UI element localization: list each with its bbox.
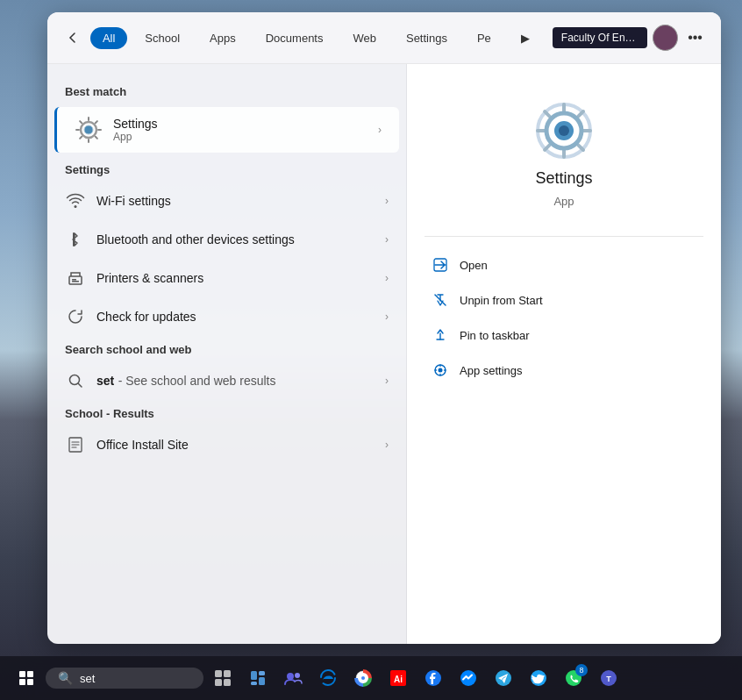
printers-text: Printers & scanners	[96, 271, 375, 285]
top-bar: All School Apps Documents Web Settings P…	[47, 12, 721, 64]
bluetooth-icon	[65, 229, 86, 250]
widgets-button[interactable]	[242, 662, 274, 694]
printer-icon	[65, 268, 86, 289]
office-icon	[65, 434, 86, 455]
printers-chevron: ›	[385, 272, 389, 284]
wifi-settings-title: Wi-Fi settings	[96, 194, 375, 208]
office-chevron: ›	[385, 439, 389, 451]
search-web-text: set - See school and web results	[96, 373, 375, 389]
svg-point-16	[439, 368, 443, 373]
teams-chat-button[interactable]	[277, 662, 309, 694]
search-web-item[interactable]: set - See school and web results ›	[47, 361, 406, 400]
open-icon	[432, 256, 449, 274]
edge-button[interactable]	[312, 662, 344, 694]
updates-item[interactable]: Check for updates ›	[47, 297, 406, 336]
search-input[interactable]	[80, 672, 185, 685]
task-view-button[interactable]	[207, 662, 239, 694]
left-panel: Best match Settings App › Set	[47, 64, 407, 644]
app-settings-action[interactable]: App settings	[425, 353, 703, 388]
svg-rect-5	[72, 281, 79, 282]
svg-rect-26	[259, 671, 265, 675]
faculty-badge: Faculty Of Engi...	[553, 27, 647, 48]
search-desc: - See school and web results	[118, 374, 276, 388]
search-query: set	[96, 374, 114, 388]
best-match-item[interactable]: Settings App ›	[54, 107, 399, 153]
settings-icon	[75, 116, 103, 144]
tab-school[interactable]: School	[132, 27, 192, 49]
search-web-label: Search school and web	[47, 336, 406, 361]
printers-title: Printers & scanners	[96, 271, 375, 285]
svg-point-2	[85, 126, 92, 133]
start-button[interactable]	[11, 662, 42, 694]
ms-teams-button[interactable]: T	[593, 662, 624, 694]
app-name: Settings	[535, 169, 592, 188]
svg-rect-28	[251, 682, 257, 685]
play-button[interactable]: ▶	[509, 27, 542, 49]
settings-large-icon	[532, 99, 596, 162]
app-type: App	[553, 195, 574, 208]
right-panel: Settings App Open	[407, 64, 721, 644]
pin-taskbar-action[interactable]: Pin to taskbar	[425, 318, 703, 353]
svg-point-30	[295, 673, 300, 678]
pin-taskbar-label: Pin to taskbar	[460, 329, 530, 342]
updates-text: Check for updates	[96, 310, 375, 324]
app-settings-icon	[432, 361, 449, 379]
tab-web[interactable]: Web	[340, 27, 389, 49]
printers-item[interactable]: Printers & scanners ›	[47, 259, 406, 297]
app-preview: Settings App	[425, 82, 703, 225]
updates-title: Check for updates	[96, 310, 375, 324]
twitter-button[interactable]	[523, 662, 554, 694]
best-match-subtitle: App	[113, 131, 367, 143]
search-web-chevron: ›	[385, 375, 389, 387]
chrome-button[interactable]	[347, 662, 379, 694]
wifi-chevron: ›	[385, 195, 389, 207]
bluetooth-item[interactable]: Bluetooth and other devices settings ›	[47, 220, 406, 259]
search-web-icon	[65, 370, 86, 391]
bluetooth-chevron: ›	[385, 233, 389, 246]
unpin-icon	[432, 291, 449, 309]
svg-point-33	[361, 676, 365, 680]
messenger-button[interactable]	[453, 662, 484, 694]
svg-rect-20	[27, 679, 33, 685]
adobe-button[interactable]: Ai	[382, 662, 414, 694]
whatsapp-badge: 8	[575, 664, 588, 676]
search-panel: All School Apps Documents Web Settings P…	[47, 12, 721, 644]
tab-documents[interactable]: Documents	[253, 27, 336, 49]
school-results-label: School - Results	[47, 400, 406, 425]
tab-pe[interactable]: Pe	[465, 27, 503, 49]
back-button[interactable]	[61, 25, 85, 50]
tab-settings[interactable]: Settings	[394, 27, 460, 49]
tab-all[interactable]: All	[90, 27, 127, 49]
svg-point-29	[287, 673, 294, 680]
svg-text:Ai: Ai	[394, 675, 403, 684]
divider	[425, 236, 703, 237]
svg-text:T: T	[606, 675, 611, 683]
wifi-settings-item[interactable]: Wi-Fi settings ›	[47, 182, 406, 220]
office-title: Office Install Site	[96, 438, 375, 452]
taskbar-search[interactable]: 🔍	[46, 668, 203, 689]
svg-rect-24	[224, 679, 231, 686]
tab-apps[interactable]: Apps	[197, 27, 248, 49]
office-text: Office Install Site	[96, 438, 375, 452]
facebook-button[interactable]	[417, 662, 449, 694]
action-list: Open Unpin from Start	[425, 247, 703, 388]
unpin-label: Unpin from Start	[460, 294, 543, 307]
office-item[interactable]: Office Install Site ›	[47, 425, 406, 464]
open-action[interactable]: Open	[425, 247, 703, 282]
more-button[interactable]: •••	[683, 25, 707, 50]
wifi-settings-text: Wi-Fi settings	[96, 194, 375, 208]
best-match-label: Best match	[47, 78, 406, 104]
updates-icon	[65, 306, 86, 327]
svg-point-7	[70, 375, 80, 385]
main-content: Best match Settings App › Set	[47, 64, 721, 644]
whatsapp-button[interactable]: 8	[558, 662, 589, 694]
app-settings-label: App settings	[460, 364, 523, 377]
wifi-icon	[65, 190, 86, 211]
svg-rect-21	[215, 670, 222, 677]
search-icon: 🔍	[58, 671, 73, 685]
unpin-action[interactable]: Unpin from Start	[425, 282, 703, 318]
telegram-button[interactable]	[488, 662, 519, 694]
taskbar: 🔍	[0, 656, 742, 700]
svg-rect-18	[27, 671, 33, 677]
svg-rect-6	[72, 279, 76, 281]
